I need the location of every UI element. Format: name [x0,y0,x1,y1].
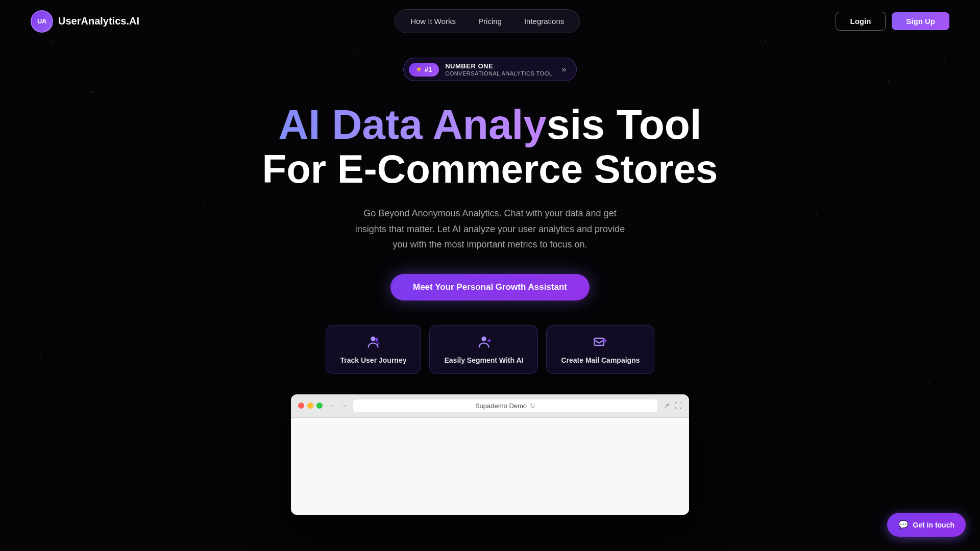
nav-integrations[interactable]: Integrations [513,13,575,30]
main-headline: AI Data Analysis Tool For E-Commerce Sto… [262,102,718,191]
badge-text: NUMBER ONE CONVERSATIONAL ANALYTICS TOOL [445,62,552,77]
browser-url-text: Supademo Demo [475,402,527,410]
badge-star-icon: ★ [416,66,422,73]
track-user-journey-icon [366,335,380,352]
badge-title: NUMBER ONE [445,62,493,70]
feature-cards: Track User Journey Easily Segment With A… [326,325,655,374]
cta-button[interactable]: Meet Your Personal Growth Assistant [390,274,590,300]
headline-white-text: sis Tool [547,101,702,147]
badge[interactable]: ★ #1 NUMBER ONE CONVERSATIONAL ANALYTICS… [403,58,577,81]
browser-nav: ← → [329,402,347,410]
svg-point-1 [376,338,379,341]
hero-subtext: Go Beyond Anonymous Analytics. Chat with… [347,206,633,253]
feature-card-create-mail[interactable]: Create Mail Campaigns [546,325,654,374]
badge-rank: ★ #1 [409,63,439,77]
hero-section: ★ #1 NUMBER ONE CONVERSATIONAL ANALYTICS… [0,42,980,515]
browser-dot-green[interactable] [316,403,323,409]
signup-button[interactable]: Sign Up [892,12,949,30]
badge-subtitle: CONVERSATIONAL ANALYTICS TOOL [445,70,552,77]
login-button[interactable]: Login [836,12,886,31]
logo-initials: UA [37,17,46,25]
browser-content [291,418,689,515]
browser-back-icon[interactable]: ← [329,402,336,410]
browser-forward-icon[interactable]: → [340,402,347,410]
logo-text: UserAnalytics.AI [58,15,139,27]
navbar: UA UserAnalytics.AI How It Works Pricing… [0,0,980,42]
feature-label-mail: Create Mail Campaigns [561,356,640,364]
get-in-touch-button[interactable]: 💬 Get in touch [887,513,966,537]
nav-links: How It Works Pricing Integrations [395,9,580,33]
badge-rank-text: #1 [425,66,432,73]
feature-card-track-user-journey[interactable]: Track User Journey [326,325,422,374]
browser-toolbar: ← → Supademo Demo ↻ ↗ ⛶ [291,394,689,418]
headline-line2: For E-Commerce Stores [262,147,718,191]
svg-point-2 [481,336,486,341]
logo-area[interactable]: UA UserAnalytics.AI [31,10,139,33]
feature-label-track: Track User Journey [340,356,407,364]
chat-icon: 💬 [898,520,909,530]
nav-pricing[interactable]: Pricing [467,13,513,30]
browser-actions: ↗ ⛶ [664,402,682,410]
browser-external-icon[interactable]: ↗ [664,402,670,410]
browser-fullscreen-icon[interactable]: ⛶ [675,402,682,410]
browser-refresh-icon[interactable]: ↻ [530,402,535,410]
easily-segment-icon [477,335,491,352]
browser-demo: ← → Supademo Demo ↻ ↗ ⛶ [291,394,689,515]
create-mail-icon [593,335,607,352]
nav-how-it-works[interactable]: How It Works [399,13,467,30]
nav-actions: Login Sign Up [836,12,950,31]
feature-label-segment: Easily Segment With AI [444,356,523,364]
logo-icon: UA [31,10,53,33]
browser-url-bar[interactable]: Supademo Demo ↻ [353,399,657,412]
browser-dots [298,403,323,409]
get-in-touch-label: Get in touch [913,521,954,529]
svg-point-0 [371,336,376,341]
badge-arrow-icon: » [561,65,566,74]
headline-gradient-text: AI Data Analy [278,101,547,147]
svg-rect-5 [595,338,604,345]
browser-dot-red[interactable] [298,403,304,409]
browser-dot-yellow[interactable] [307,403,313,409]
feature-card-easily-segment[interactable]: Easily Segment With AI [429,325,538,374]
